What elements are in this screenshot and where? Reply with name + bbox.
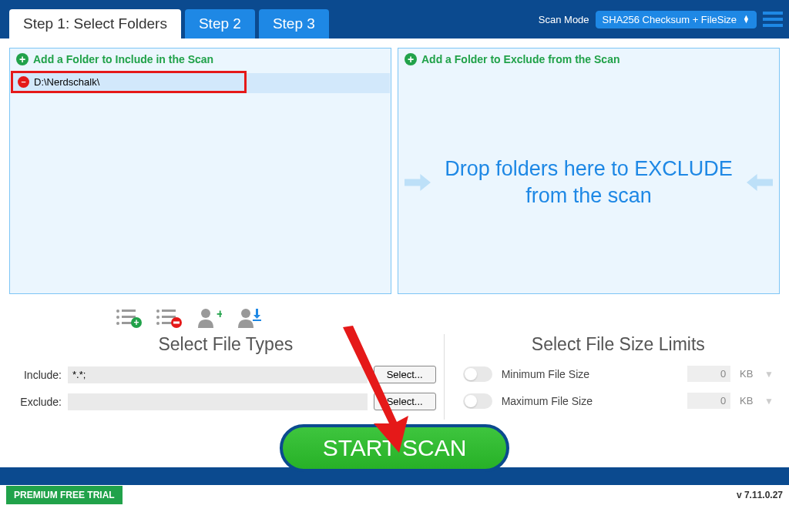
scanmode-select[interactable]: SHA256 Checksum + FileSize ▲▼ (596, 11, 757, 28)
user-download-icon[interactable] (236, 306, 262, 328)
file-size-title: Select File Size Limits (463, 334, 774, 355)
svg-point-10 (156, 316, 159, 319)
version-label: v 7.11.0.27 (737, 490, 783, 500)
min-size-toggle[interactable] (463, 366, 492, 382)
include-head-label: Add a Folder to Include in the Scan (33, 53, 213, 65)
exclude-select-button[interactable]: Select... (374, 393, 436, 410)
min-unit-dropdown-icon[interactable]: ▼ (764, 369, 774, 380)
exclude-head-label: Add a Folder to Exclude from the Scan (421, 53, 619, 65)
user-add-icon[interactable]: + (196, 306, 222, 328)
include-folder-row[interactable]: – D:\Nerdschalk\ (11, 71, 247, 93)
max-size-unit: KB (740, 395, 755, 407)
min-size-label: Minimum File Size (502, 368, 678, 380)
file-types-title: Select File Types (15, 334, 436, 355)
file-types-section: Select File Types Include: Select... Exc… (15, 334, 436, 420)
bottom-bar: PREMIUM FREE TRIAL v 7.11.0.27 (0, 485, 789, 505)
svg-rect-20 (253, 320, 261, 321)
svg-point-18 (241, 309, 250, 318)
svg-rect-1 (122, 309, 136, 312)
max-unit-dropdown-icon[interactable]: ▼ (764, 396, 774, 407)
scanmode-value: SHA256 Checksum + FileSize (603, 14, 737, 25)
svg-text:+: + (217, 307, 222, 320)
top-bar: Step 1: Select Folders Step 2 Step 3 Sca… (0, 0, 789, 38)
topbar-right: Scan Mode SHA256 Checksum + FileSize ▲▼ (539, 8, 783, 30)
exclude-dropzone[interactable]: Drop folders here to EXCLUDE from the sc… (398, 72, 779, 293)
menu-icon[interactable] (763, 8, 783, 30)
toolbar-icons: + + (0, 306, 789, 328)
tab-step1[interactable]: Step 1: Select Folders (9, 9, 181, 38)
include-add-button[interactable]: + Add a Folder to Include in the Scan (10, 49, 391, 70)
max-size-row: Maximum File Size KB ▼ (463, 393, 774, 409)
remove-icon[interactable]: – (18, 76, 29, 88)
start-scan-button[interactable]: START SCAN (280, 424, 510, 472)
max-size-toggle[interactable] (463, 393, 492, 409)
file-size-section: Select File Size Limits Minimum File Siz… (444, 334, 774, 420)
folder-panels: + Add a Folder to Include in the Scan – … (0, 38, 789, 303)
plus-icon: + (16, 53, 29, 65)
lower-section: Select File Types Include: Select... Exc… (0, 328, 789, 420)
include-select-button[interactable]: Select... (374, 366, 436, 383)
svg-point-16 (201, 309, 210, 318)
max-size-label: Maximum File Size (502, 395, 678, 407)
folder-path: D:\Nerdschalk\ (34, 76, 99, 88)
tab-step3[interactable]: Step 3 (259, 9, 329, 38)
max-size-input[interactable] (687, 393, 730, 409)
svg-rect-9 (162, 309, 176, 312)
trial-badge[interactable]: PREMIUM FREE TRIAL (6, 486, 123, 504)
plus-icon: + (405, 53, 417, 65)
svg-rect-11 (162, 316, 176, 318)
exclude-input[interactable] (68, 393, 368, 410)
include-row: Include: Select... (15, 366, 436, 383)
svg-point-8 (156, 309, 159, 313)
scanmode-label: Scan Mode (539, 14, 589, 25)
start-wrap: START SCAN (0, 424, 789, 469)
svg-point-12 (156, 322, 159, 325)
svg-rect-19 (256, 309, 258, 315)
tab-step2[interactable]: Step 2 (185, 9, 255, 38)
min-size-unit: KB (740, 368, 755, 380)
include-panel: + Add a Folder to Include in the Scan – … (9, 48, 391, 294)
exclude-add-button[interactable]: + Add a Folder to Exclude from the Scan (398, 49, 779, 70)
exclude-panel: + Add a Folder to Exclude from the Scan … (398, 48, 780, 294)
exclude-label: Exclude: (15, 396, 62, 408)
svg-point-0 (116, 309, 119, 313)
svg-rect-15 (173, 322, 180, 324)
svg-point-2 (116, 316, 119, 319)
step-tabs: Step 1: Select Folders Step 2 Step 3 (9, 9, 329, 38)
svg-point-4 (116, 322, 119, 325)
min-size-row: Minimum File Size KB ▼ (463, 366, 774, 382)
list-remove-icon[interactable] (156, 306, 182, 328)
include-input[interactable] (68, 366, 368, 383)
include-label: Include: (15, 369, 62, 381)
select-arrows-icon: ▲▼ (743, 15, 750, 23)
min-size-input[interactable] (687, 366, 730, 382)
svg-text:+: + (133, 317, 139, 328)
dropzone-text: Drop folders here to EXCLUDE from the sc… (398, 156, 779, 209)
exclude-row: Exclude: Select... (15, 393, 436, 410)
list-add-icon[interactable]: + (116, 306, 142, 328)
